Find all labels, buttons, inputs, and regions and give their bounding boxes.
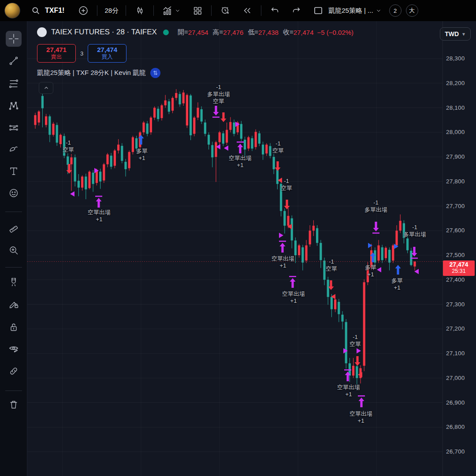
buy-button[interactable]: 27,474 買入 [88, 44, 126, 63]
trash-icon[interactable] [6, 397, 22, 413]
rectangle-icon [312, 4, 325, 17]
divider [5, 267, 22, 268]
divider [5, 212, 22, 212]
undo-icon [268, 4, 282, 17]
ohlc-value: 27,476 [223, 29, 243, 36]
symbol-search-button[interactable]: TXF1! [26, 2, 67, 19]
plus-circle-icon [77, 4, 90, 17]
lock-icon[interactable] [6, 319, 22, 335]
user-avatar[interactable] [4, 3, 20, 19]
axis-price-label: 27,600 [446, 227, 465, 234]
drawing-lock-icon[interactable] [6, 296, 22, 312]
sell-label: 賣出 [51, 53, 62, 61]
magnet-icon[interactable] [6, 274, 22, 290]
undo-button[interactable] [266, 2, 284, 19]
chart-surface[interactable]: 28,30028,20028,10028,00027,90027,80027,7… [27, 21, 476, 476]
axis-price-label: 27,700 [446, 203, 465, 209]
trade-panel: 27,471 賣出 3 27,474 買入 [37, 44, 126, 63]
search-icon [29, 4, 42, 17]
trading-app: TXF1! 28分 [0, 0, 476, 476]
currency-label: TWD [445, 30, 459, 37]
ohlc-value: 27,474 [294, 29, 314, 36]
notification-badge[interactable]: 2 [389, 4, 402, 17]
replay-rewind-icon [241, 4, 254, 17]
axis-price-label: 28,000 [446, 129, 465, 135]
collapse-legend-button[interactable] [39, 82, 53, 94]
axis-price-label: 27,200 [446, 325, 465, 332]
spread-value: 3 [80, 50, 83, 57]
axis-price-label: 27,000 [446, 375, 465, 381]
axis-price-label: 28,200 [446, 80, 465, 86]
forecast-icon[interactable] [6, 120, 22, 136]
ohlc-key: 開= [178, 28, 188, 37]
multichart-grid-icon [191, 4, 204, 17]
auto-trade-icon[interactable]: ⇅ [150, 68, 160, 78]
last-price-tag: 27,474 25:31 [443, 260, 475, 276]
ohlc-key: 低= [248, 28, 258, 37]
divider [153, 5, 154, 16]
buy-price: 27,474 [97, 46, 117, 53]
ruler-icon[interactable] [6, 219, 22, 235]
compare-add-button[interactable] [74, 2, 93, 19]
top-toolbar: TXF1! 28分 [0, 0, 476, 21]
layout-name: 凱龍25策略 | ... [328, 7, 373, 15]
strategy-legend[interactable]: 凱龍25策略 | TXF 28分K | Kevin 凱龍 ⇅ [37, 68, 160, 78]
redo-icon [290, 4, 303, 17]
trendline-icon[interactable] [6, 53, 22, 69]
divider [5, 390, 22, 391]
axis-price-label: 26,900 [446, 399, 465, 406]
market-status-icon [163, 30, 169, 35]
strategy-title: 凱龍25策略 | TXF 28分K | Kevin 凱龍 [37, 69, 146, 77]
sell-price: 27,471 [46, 46, 67, 53]
save-layout-button[interactable]: 凱龍25策略 | ... [309, 2, 384, 19]
layout-grid-button[interactable] [188, 2, 207, 19]
axis-price-label: 26,700 [446, 448, 465, 455]
chart-legend: TAIEX FUTURES · 28 · TAIFEX 開=27,454高=27… [37, 27, 353, 37]
zoom-in-icon[interactable] [6, 242, 22, 258]
interval-button[interactable]: 28分 [102, 5, 121, 17]
alert-button[interactable] [216, 2, 234, 19]
axis-price-label: 27,500 [446, 252, 465, 258]
chart-title[interactable]: TAIEX FUTURES · 28 · TAIFEX [51, 28, 157, 37]
currency-selector[interactable]: TWD ▼ [440, 27, 471, 41]
buy-label: 買入 [102, 53, 113, 61]
indicators-button[interactable] [158, 2, 184, 19]
emoji-icon[interactable] [6, 185, 22, 201]
chevron-down-icon [174, 4, 181, 17]
axis-price-label: 27,900 [446, 153, 465, 160]
axis-price-label: 28,100 [446, 104, 465, 111]
divider [126, 5, 126, 16]
text-icon[interactable] [6, 163, 22, 179]
ohlc-value: 27,454 [188, 29, 208, 36]
axis-price-label: 26,800 [446, 424, 465, 430]
link-icon[interactable] [6, 363, 22, 379]
size-badge[interactable]: 大 [406, 4, 418, 17]
brush-icon[interactable] [6, 141, 22, 157]
chevron-down-icon [375, 4, 382, 17]
countdown-timer: 25:31 [443, 268, 475, 275]
fib-retracement-icon[interactable] [6, 76, 22, 92]
ohlc-key: 高= [213, 28, 223, 37]
divider [97, 5, 97, 16]
divider [261, 5, 261, 16]
crosshair-icon[interactable] [6, 31, 22, 47]
bar-replay-button[interactable] [238, 2, 257, 19]
chevron-down-icon: ▼ [461, 32, 466, 37]
ohlc-values: 開=27,454高=27,476低=27,438收=27,474−5 (−0.0… [173, 28, 353, 37]
candles-interval-icon [133, 4, 146, 17]
change-value: −5 (−0.02%) [317, 29, 354, 36]
ohlc-key: 收= [283, 28, 294, 37]
axis-price-label: 27,100 [446, 350, 465, 357]
candle-style-button[interactable] [130, 2, 149, 19]
xabcd-pattern-icon[interactable] [6, 98, 22, 114]
source-logo-icon [37, 27, 47, 37]
redo-button[interactable] [287, 2, 305, 19]
sell-button[interactable]: 27,471 賣出 [37, 44, 76, 63]
last-price: 27,474 [443, 261, 475, 268]
drawing-toolbar [0, 21, 27, 476]
chart-type-icon [161, 4, 174, 17]
price-axis-border [443, 21, 443, 476]
axis-price-label: 27,300 [446, 301, 465, 308]
axis-price-label: 28,300 [446, 55, 465, 62]
hide-drawings-icon[interactable] [6, 341, 22, 357]
